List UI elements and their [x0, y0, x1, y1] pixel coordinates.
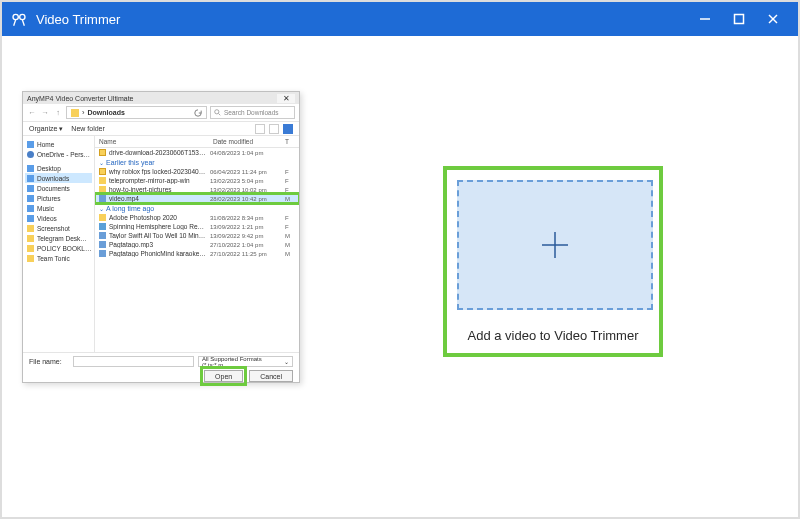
tree-item-home[interactable]: Home: [25, 139, 92, 149]
tree-item-downloads[interactable]: Downloads: [25, 173, 92, 183]
app-logo-icon: [10, 10, 28, 28]
dropzone-highlight: Add a video to Video Trimmer: [443, 166, 663, 357]
svg-point-0: [13, 14, 18, 19]
open-button[interactable]: Open: [204, 370, 243, 382]
search-icon: [214, 109, 221, 116]
refresh-icon[interactable]: [194, 109, 202, 117]
maximize-button[interactable]: [722, 2, 756, 36]
file-row[interactable]: Taylor Swift All Too Well 10 Minute Vers…: [95, 231, 299, 240]
file-row[interactable]: teleprompter-mirror-app-win13/02/2023 5:…: [95, 176, 299, 185]
organize-button[interactable]: Organize ▾: [29, 125, 63, 133]
caret-down-icon: ⌄: [99, 205, 104, 212]
breadcrumb-current: Downloads: [88, 109, 125, 116]
file-list: Name Date modified T drive-download-2023…: [95, 136, 299, 352]
col-date[interactable]: Date modified: [213, 138, 285, 145]
folder-icon: [27, 225, 34, 232]
file-type-filter[interactable]: All Supported Formats (*.ts;*.m…⌄: [198, 356, 293, 367]
folder-tree: Home OneDrive - Pers… Desktop Downloads …: [23, 136, 95, 352]
file-row[interactable]: how-to-invert-pictures13/02/2023 10:02 p…: [95, 185, 299, 194]
folder-icon: [99, 186, 106, 193]
archive-icon: [99, 168, 106, 175]
view-details-button[interactable]: [269, 124, 279, 134]
file-row[interactable]: Pagtatago PhonicMind karaoke preview.…27…: [95, 249, 299, 258]
nav-back-icon[interactable]: ←: [27, 108, 37, 118]
desktop-icon: [27, 165, 34, 172]
dialog-nav-bar: ← → ↑ › Downloads Search Downloads: [23, 104, 299, 122]
new-folder-button[interactable]: New folder: [71, 125, 104, 132]
cloud-icon: [27, 151, 34, 158]
tree-item-team[interactable]: Team Tonic: [25, 253, 92, 263]
tree-item-telegram[interactable]: Telegram Desk…: [25, 233, 92, 243]
add-video-dropzone[interactable]: [457, 180, 653, 310]
dialog-close-button[interactable]: ✕: [277, 94, 295, 103]
pictures-icon: [27, 195, 34, 202]
file-row[interactable]: Adobe Photoshop 202031/08/2022 8:34 pmF: [95, 213, 299, 222]
folder-icon: [99, 214, 106, 221]
dialog-footer: File name: All Supported Formats (*.ts;*…: [23, 352, 299, 382]
archive-icon: [99, 149, 106, 156]
file-group-longtime[interactable]: ⌄A long time ago: [95, 203, 299, 213]
file-row[interactable]: Pagtatago.mp327/10/2022 1:04 pmM: [95, 240, 299, 249]
svg-point-1: [20, 14, 25, 19]
close-button[interactable]: [756, 2, 790, 36]
file-row[interactable]: Spinning Hemisphere Logo Reveal_free…13/…: [95, 222, 299, 231]
file-row[interactable]: why roblox fps locked-20230406T15241-…06…: [95, 167, 299, 176]
downloads-icon: [27, 175, 34, 182]
svg-rect-3: [735, 15, 744, 24]
tree-item-videos[interactable]: Videos: [25, 213, 92, 223]
svg-point-8: [215, 110, 219, 114]
file-group-earlier[interactable]: ⌄Earlier this year: [95, 157, 299, 167]
breadcrumb-arrow: ›: [82, 108, 85, 117]
documents-icon: [27, 185, 34, 192]
tree-item-desktop[interactable]: Desktop: [25, 163, 92, 173]
video-file-icon: [99, 195, 106, 202]
svg-line-9: [219, 114, 221, 116]
dialog-toolbar: Organize ▾ New folder: [23, 122, 299, 136]
breadcrumb-bar[interactable]: › Downloads: [66, 106, 207, 119]
nav-forward-icon[interactable]: →: [40, 108, 50, 118]
image-file-icon: [99, 223, 106, 230]
file-row[interactable]: drive-download-20230606T153301AZ-00104/0…: [95, 148, 299, 157]
minimize-button[interactable]: [688, 2, 722, 36]
videos-icon: [27, 215, 34, 222]
tree-item-policy[interactable]: POLICY BOOKL…: [25, 243, 92, 253]
chevron-down-icon: ⌄: [284, 358, 289, 365]
audio-file-icon: [99, 241, 106, 248]
nav-up-icon[interactable]: ↑: [53, 108, 63, 118]
folder-icon: [71, 109, 79, 117]
content-area: Add a video to Video Trimmer AnyMP4 Vide…: [2, 36, 798, 517]
file-open-dialog: AnyMP4 Video Converter Ultimate ✕ ← → ↑ …: [22, 91, 300, 383]
app-title: Video Trimmer: [36, 12, 120, 27]
folder-icon: [27, 235, 34, 242]
music-icon: [27, 205, 34, 212]
tree-item-onedrive[interactable]: OneDrive - Pers…: [25, 149, 92, 159]
home-icon: [27, 141, 34, 148]
help-button[interactable]: [283, 124, 293, 134]
video-file-icon: [99, 232, 106, 239]
title-bar: Video Trimmer: [2, 2, 798, 36]
col-type[interactable]: T: [285, 138, 295, 145]
folder-icon: [27, 245, 34, 252]
search-input[interactable]: Search Downloads: [210, 106, 295, 119]
app-window: Video Trimmer Add a video to Video Trimm…: [0, 0, 800, 519]
tree-item-screenshot[interactable]: Screenshot: [25, 223, 92, 233]
audio-file-icon: [99, 250, 106, 257]
caret-down-icon: ⌄: [99, 159, 104, 166]
search-placeholder: Search Downloads: [224, 109, 279, 116]
filename-label: File name:: [29, 358, 69, 365]
tree-item-music[interactable]: Music: [25, 203, 92, 213]
col-name[interactable]: Name: [99, 138, 213, 145]
cancel-button[interactable]: Cancel: [249, 370, 293, 382]
dialog-title-bar: AnyMP4 Video Converter Ultimate ✕: [23, 92, 299, 104]
filename-input[interactable]: [73, 356, 194, 367]
tree-item-documents[interactable]: Documents: [25, 183, 92, 193]
tree-item-pictures[interactable]: Pictures: [25, 193, 92, 203]
folder-icon: [27, 255, 34, 262]
file-row-selected[interactable]: video.mp428/02/2023 10:42 pmM: [95, 194, 299, 203]
dialog-title: AnyMP4 Video Converter Ultimate: [27, 95, 133, 102]
folder-icon: [99, 177, 106, 184]
view-mode-button[interactable]: [255, 124, 265, 134]
plus-icon: [540, 230, 570, 260]
file-list-header: Name Date modified T: [95, 136, 299, 148]
dropzone-caption: Add a video to Video Trimmer: [457, 328, 649, 343]
